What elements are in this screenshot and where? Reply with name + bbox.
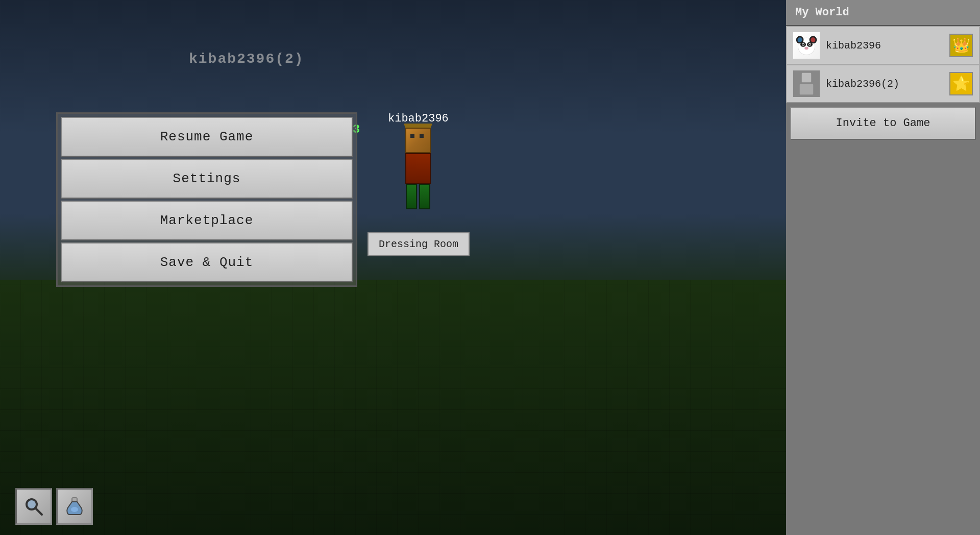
svg-point-14	[797, 37, 802, 42]
dressing-room-button[interactable]: Dressing Room	[368, 232, 470, 256]
player-2-name: kibab2396(2)	[826, 78, 949, 90]
potion-icon	[63, 495, 86, 518]
svg-rect-17	[799, 84, 814, 95]
resume-game-button[interactable]: Resume Game	[61, 117, 353, 157]
svg-point-13	[804, 47, 808, 50]
player-character: kibab2396	[388, 112, 449, 220]
marketplace-button[interactable]: Marketplace	[61, 201, 353, 240]
char-legs	[393, 184, 444, 209]
svg-point-3	[71, 507, 78, 512]
char-leg-right	[419, 184, 430, 209]
char-body	[405, 153, 431, 184]
hotbar-slot-2[interactable]	[56, 488, 93, 525]
default-avatar-icon	[793, 70, 820, 97]
svg-point-15	[811, 37, 815, 42]
hotbar	[15, 488, 93, 525]
save-quit-button[interactable]: Save & Quit	[61, 242, 353, 282]
svg-rect-2	[72, 498, 77, 502]
player-avatar-2	[793, 70, 820, 97]
char-leg-left	[406, 184, 417, 209]
settings-button[interactable]: Settings	[61, 159, 353, 199]
player-row-2[interactable]: kibab2396(2) ⭐	[786, 64, 980, 103]
invite-to-game-button[interactable]: Invite to Game	[790, 107, 976, 140]
hotbar-slot-1[interactable]	[15, 488, 52, 525]
sidebar: My World	[786, 0, 980, 535]
magnifying-glass-icon	[22, 495, 45, 518]
svg-point-11	[802, 44, 804, 45]
svg-point-12	[809, 44, 811, 45]
character-sprite	[393, 128, 444, 220]
player-2-badge: ⭐	[949, 72, 973, 95]
menu-panel: Resume Game Settings Marketplace Save & …	[56, 112, 357, 287]
player-avatar-1	[793, 32, 820, 59]
player-1-name: kibab2396	[826, 40, 949, 52]
char-head	[405, 128, 431, 153]
svg-rect-16	[801, 72, 812, 83]
player-row-1[interactable]: kibab2396 👑	[786, 26, 980, 64]
player-1-badge: 👑	[949, 34, 973, 57]
sidebar-title: My World	[786, 0, 980, 26]
panda-avatar-icon	[794, 33, 819, 58]
world-player-name: kibab2396(2)	[189, 51, 304, 67]
svg-line-1	[35, 508, 42, 515]
